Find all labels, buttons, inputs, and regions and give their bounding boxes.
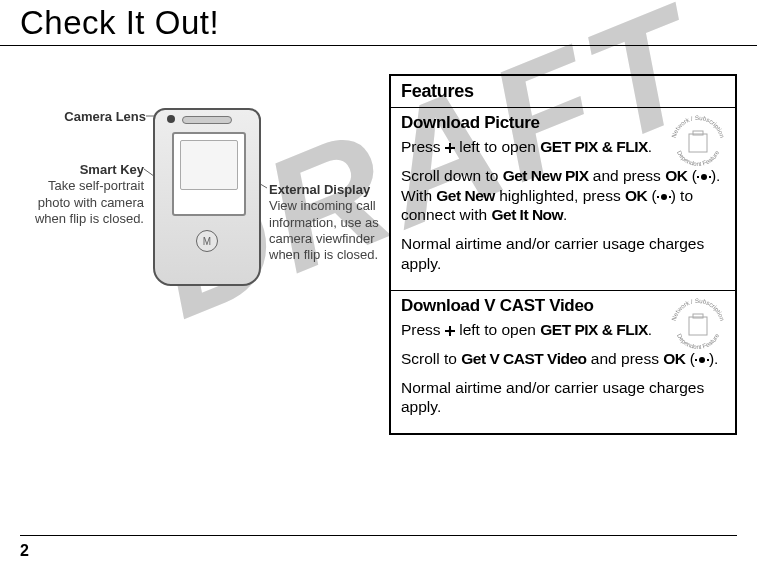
features-column: Features Network / Subscription Dependen…: [389, 74, 737, 435]
phone-illustration: M: [153, 108, 261, 286]
text: (: [647, 187, 656, 204]
menu-ref: Get New: [436, 187, 495, 204]
footer-rule: [20, 535, 737, 536]
features-header: Features: [391, 76, 735, 107]
svg-rect-8: [689, 134, 707, 152]
page-title: Check It Out!: [0, 0, 757, 46]
content-area: Camera Lens Smart Key Take self-portrait…: [0, 46, 757, 435]
menu-ref: Get V CAST Video: [461, 350, 586, 367]
svg-rect-12: [689, 317, 707, 335]
external-display-screen: [180, 140, 238, 190]
text: .: [648, 321, 652, 338]
phone-body: M: [153, 108, 261, 286]
note: Normal airtime and/or carrier usage char…: [401, 378, 725, 418]
text: left to open: [455, 321, 540, 338]
features-box: Features Network / Subscription Dependen…: [389, 74, 737, 435]
menu-ref: Get New PIX: [503, 167, 589, 184]
diagram-column: Camera Lens Smart Key Take self-portrait…: [20, 74, 375, 354]
text: Press: [401, 138, 445, 155]
external-display-area: [172, 132, 246, 216]
nav-key-icon: [445, 326, 455, 336]
center-key-icon: [695, 355, 709, 365]
nav-key-icon: [445, 143, 455, 153]
subscription-badge-icon: Network / Subscription Dependent Feature: [669, 114, 727, 172]
svg-text:Dependent Feature: Dependent Feature: [676, 149, 721, 167]
phone-logo-icon: M: [196, 230, 218, 252]
text: and press: [587, 350, 664, 367]
menu-ref: GET PIX & FLIX: [540, 138, 648, 155]
center-key-icon: [697, 172, 711, 182]
text: .: [648, 138, 652, 155]
center-key-icon: [657, 192, 671, 202]
page-number: 2: [20, 542, 29, 560]
text: Press: [401, 321, 445, 338]
note: Normal airtime and/or carrier usage char…: [401, 234, 725, 274]
feature-download-picture: Network / Subscription Dependent Feature…: [391, 107, 735, 290]
text: and press: [588, 167, 665, 184]
text: Scroll down to: [401, 167, 503, 184]
phone-speaker: [182, 116, 232, 124]
text: left to open: [455, 138, 540, 155]
text: Scroll to: [401, 350, 461, 367]
svg-text:Dependent Feature: Dependent Feature: [676, 332, 721, 350]
feature-download-vcast: Network / Subscription Dependent Feature…: [391, 290, 735, 433]
text: highlighted, press: [495, 187, 625, 204]
menu-ref: Get It Now: [491, 206, 563, 223]
subscription-badge-icon: Network / Subscription Dependent Feature: [669, 297, 727, 355]
camera-lens-icon: [167, 115, 175, 123]
menu-ref: GET PIX & FLIX: [540, 321, 648, 338]
key-ref: OK: [625, 187, 647, 204]
text: .: [563, 206, 567, 223]
